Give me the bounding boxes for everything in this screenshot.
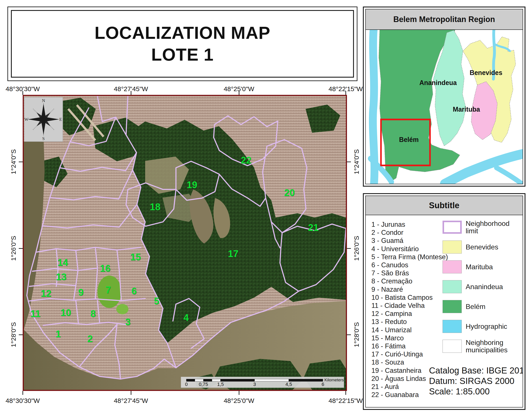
legend-row-0: Neighborhood limit: [443, 220, 520, 234]
lon-label-bottom-3: 48°22'15"W: [329, 397, 363, 405]
map-number-4: 4: [184, 312, 189, 323]
scale-bar-segment-4: [220, 379, 254, 381]
map-number-17: 17: [228, 248, 239, 259]
compass-e-label: E: [59, 117, 62, 122]
scale-bar-tick-5: 6: [322, 382, 324, 387]
compass-w-label: W: [24, 117, 29, 122]
lon-label-bottom-2: 48°25'0"W: [224, 397, 254, 405]
scale-bar-tick-2: 1,5: [217, 382, 224, 387]
scale-bar-tick-1: 0,75: [199, 382, 208, 387]
legend-neighborhood-3: 3 - Guamá: [371, 236, 448, 245]
legend-swatch-label-0: Neighborhood limit: [466, 220, 520, 235]
map-number-5: 5: [154, 296, 159, 306]
map-number-12: 12: [41, 288, 51, 299]
inset-map-panel-inner: Belem Metropolitan Region: [365, 9, 523, 184]
lat-label-left-0: 1°24'0"S: [10, 149, 17, 174]
main-map-frame: 12345678910111213141516171819202122 N S …: [23, 95, 347, 391]
legend-swatch-label-3: Ananindeua: [466, 283, 503, 290]
map-number-3: 3: [126, 317, 131, 327]
map-number-11: 11: [30, 308, 41, 319]
map-number-6: 6: [131, 286, 137, 296]
legend-neighborhood-6: 6 - Canudos: [371, 261, 448, 269]
lon-tick-bottom-0: [22, 391, 23, 395]
catalog-scale: Scale: 1:85.000: [429, 386, 522, 397]
map-number-21: 21: [308, 222, 319, 233]
lon-tick-top-1: [131, 91, 131, 95]
scale-bar-segment-5: [255, 379, 289, 381]
legend-swatch-column: Neighborhood limitBenevidesMaritubaAnani…: [443, 220, 520, 353]
legend-neighborhood-8: 8 - Cremação: [371, 277, 448, 285]
inset-benevides-label: Benevides: [470, 69, 502, 76]
lat-label-right-1: 1°26'0"S: [353, 236, 360, 261]
catalog-datum: Datum: SIRGAS 2000: [429, 376, 522, 386]
map-title-line2: LOTE 1: [151, 46, 214, 64]
legend-row-1: Benevides: [443, 240, 520, 254]
scale-bar-segment-3: [212, 379, 220, 381]
compass-n-label: N: [42, 98, 45, 103]
legend-swatch-label-1: Benevides: [466, 243, 498, 251]
legend-neighborhood-14: 14 - Umarizal: [371, 326, 448, 334]
inset-marituba-label: Marituba: [453, 105, 480, 113]
legend-header: Subtitle: [366, 196, 522, 215]
legend-neighborhood-12: 12 - Campina: [371, 310, 448, 318]
lon-label-bottom-1: 48°27'45"W: [114, 397, 148, 405]
catalog-info: Catalog Base: IBGE 2010 Datum: SIRGAS 20…: [429, 365, 522, 397]
scale-bar-tick-0: 0: [185, 382, 188, 387]
map-number-18: 18: [150, 201, 161, 212]
map-number-13: 13: [56, 271, 67, 282]
inset-ananindeua-label: Ananindeua: [419, 79, 457, 86]
legend-swatch-3: [443, 280, 462, 293]
legend-row-3: Ananindeua: [443, 280, 520, 293]
lon-tick-bottom-3: [345, 391, 346, 395]
title-box: LOCALIZATION MAP LOTE 1: [7, 7, 358, 81]
compass-s-label: S: [42, 136, 45, 141]
map-number-15: 15: [130, 252, 141, 262]
map-number-9: 9: [78, 287, 84, 298]
scale-bar-segment-0: [186, 379, 195, 381]
main-map-svg: 12345678910111213141516171819202122 N S …: [24, 96, 346, 390]
legend-swatch-4: [443, 300, 462, 313]
legend-swatch-6: [443, 340, 462, 353]
inset-map-body: Ananindeua Benevides Marituba Belém: [366, 30, 522, 184]
lon-tick-bottom-2: [239, 391, 239, 395]
map-number-7: 7: [106, 284, 111, 295]
map-number-10: 10: [60, 307, 71, 318]
satellite-imagery: [24, 96, 346, 390]
map-number-2: 2: [87, 333, 93, 344]
legend-swatch-1: [443, 240, 462, 254]
lat-tick-left-1: [19, 248, 23, 249]
map-number-20: 20: [284, 187, 295, 198]
page-canvas: LOCALIZATION MAP LOTE 1: [0, 0, 532, 416]
legend-swatch-0: [443, 221, 462, 234]
legend-row-5: Hydrographic: [443, 320, 520, 333]
scale-bar-segment-6: [289, 379, 323, 381]
legend-neighborhood-13: 13 - Reduto: [371, 318, 448, 326]
legend-neighborhood-17: 17 - Curió-Utinga: [371, 350, 448, 358]
legend-row-6: Neighboring municipalities: [443, 340, 520, 353]
scale-bar-segment-2: [203, 379, 212, 381]
legend-row-2: Marituba: [443, 260, 520, 274]
lat-tick-left-0: [19, 161, 23, 162]
scale-bar-tick-3: 3: [253, 382, 256, 387]
title-box-inner: LOCALIZATION MAP LOTE 1: [11, 10, 354, 78]
legend-swatch-5: [443, 320, 462, 333]
legend-body: 1 - Jurunas2 - Condor3 - Guamá4 - Univer…: [366, 215, 522, 407]
compass-rose: N S W E: [24, 97, 63, 142]
scale-bar-tick-4: 4,5: [285, 382, 292, 387]
inset-map-header: Belem Metropolitan Region: [366, 9, 522, 30]
lat-tick-right-0: [347, 161, 351, 162]
map-number-1: 1: [56, 329, 61, 339]
lat-tick-right-2: [347, 334, 351, 335]
lon-tick-top-2: [239, 91, 239, 95]
legend-row-4: Belém: [443, 300, 520, 313]
lon-label-bottom-0: 48°30'30"W: [6, 397, 40, 405]
legend-neighborhood-15: 15 - Marco: [371, 334, 448, 342]
legend-swatch-label-5: Hydrographic: [466, 323, 507, 330]
scale-bar-segment-1: [195, 379, 203, 381]
legend-neighborhood-5: 5 - Terra Firma (Montese): [371, 253, 448, 261]
scale-bar-unit: Kilometers: [324, 378, 344, 382]
inset-map-svg: Ananindeua Benevides Marituba Belém: [366, 30, 522, 184]
map-number-8: 8: [91, 308, 96, 319]
map-number-19: 19: [187, 180, 197, 190]
map-number-22: 22: [241, 155, 251, 165]
